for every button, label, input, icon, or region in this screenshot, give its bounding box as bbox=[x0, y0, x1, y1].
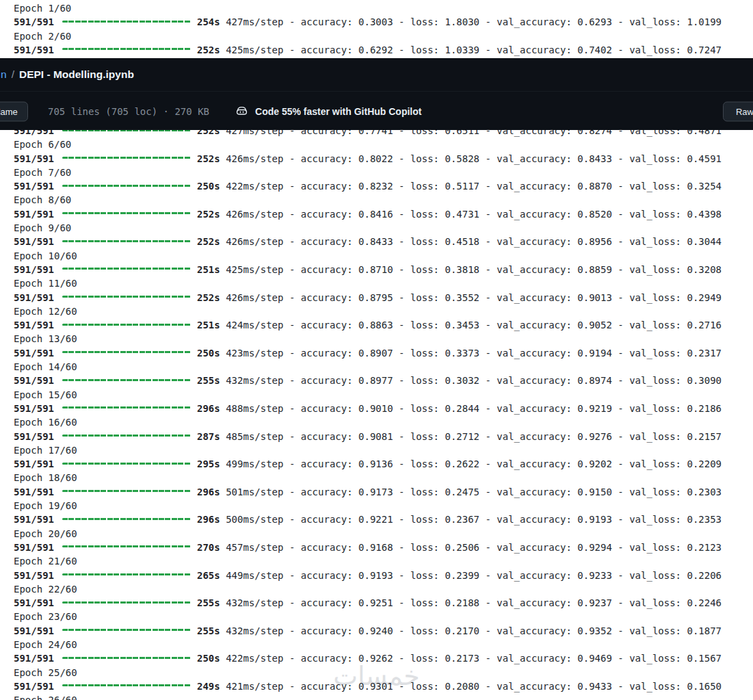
epoch-time: 252s bbox=[197, 209, 220, 220]
step-count: 591/591 bbox=[14, 458, 54, 469]
step-count: 591/591 bbox=[14, 153, 54, 164]
epoch-metrics: 425ms/step - accuracy: 0.6292 - loss: 1.… bbox=[220, 44, 722, 55]
progress-line: 591/591296s 501ms/step - accuracy: 0.917… bbox=[0, 485, 753, 499]
breadcrumb: n / DEPI - Modelling.ipynb bbox=[0, 58, 753, 91]
progress-bar bbox=[62, 296, 191, 298]
breadcrumb-file-name: DEPI - Modelling.ipynb bbox=[19, 68, 134, 81]
epoch-metrics: 501ms/step - accuracy: 0.9173 - loss: 0.… bbox=[220, 487, 722, 497]
epoch-time: 252s bbox=[197, 236, 220, 247]
epoch-time: 255s bbox=[197, 375, 220, 386]
step-count: 591/591 bbox=[14, 16, 54, 27]
progress-line: 591/591252s 426ms/step - accuracy: 0.802… bbox=[0, 152, 753, 166]
epoch-time: 251s bbox=[197, 320, 220, 330]
epoch-time: 252s bbox=[197, 44, 220, 55]
epoch-metrics: 424ms/step - accuracy: 0.8863 - loss: 0.… bbox=[220, 320, 722, 330]
epoch-time: 296s bbox=[197, 487, 220, 497]
step-count: 591/591 bbox=[14, 181, 54, 192]
step-count: 591/591 bbox=[14, 431, 54, 442]
progress-line: 591/591270s 457ms/step - accuracy: 0.916… bbox=[0, 541, 753, 554]
epoch-metrics: 421ms/step - accuracy: 0.9301 - loss: 0.… bbox=[220, 681, 722, 692]
progress-line: 591/591295s 499ms/step - accuracy: 0.913… bbox=[0, 457, 753, 471]
epoch-label-line: Epoch 24/60 bbox=[0, 638, 753, 651]
epoch-label-line: Epoch 8/60 bbox=[0, 193, 753, 207]
epoch-metrics: 432ms/step - accuracy: 0.8977 - loss: 0.… bbox=[220, 375, 722, 386]
progress-line: 591/591250s 422ms/step - accuracy: 0.926… bbox=[0, 651, 753, 665]
progress-bar bbox=[62, 518, 191, 520]
breadcrumb-repo-link[interactable]: n bbox=[1, 68, 7, 81]
epoch-metrics: 426ms/step - accuracy: 0.8433 - loss: 0.… bbox=[220, 236, 722, 247]
epoch-metrics: 422ms/step - accuracy: 0.9262 - loss: 0.… bbox=[220, 653, 722, 664]
epoch-label-line: Epoch 1/60 bbox=[0, 1, 753, 15]
epoch-time: 255s bbox=[197, 625, 220, 636]
step-count: 591/591 bbox=[14, 570, 54, 581]
progress-line: 591/591251s 424ms/step - accuracy: 0.886… bbox=[0, 318, 753, 332]
epoch-label-line: Epoch 6/60 bbox=[0, 138, 753, 151]
epoch-label-line: Epoch 26/60 bbox=[0, 693, 753, 700]
notebook-output-top: Epoch 1/60591/591254s 427ms/step - accur… bbox=[0, 1, 753, 57]
epoch-metrics: 426ms/step - accuracy: 0.8022 - loss: 0.… bbox=[220, 153, 722, 164]
progress-line: 591/591287s 485ms/step - accuracy: 0.908… bbox=[0, 430, 753, 443]
progress-line: 591/591249s 421ms/step - accuracy: 0.930… bbox=[0, 679, 753, 693]
epoch-time: 287s bbox=[197, 431, 220, 442]
epoch-metrics: 432ms/step - accuracy: 0.9240 - loss: 0.… bbox=[220, 625, 722, 636]
epoch-time: 251s bbox=[197, 264, 220, 275]
epoch-metrics: 488ms/step - accuracy: 0.9010 - loss: 0.… bbox=[220, 403, 722, 414]
progress-line: 591/591252s 426ms/step - accuracy: 0.879… bbox=[0, 291, 753, 304]
raw-button[interactable]: Raw bbox=[723, 101, 753, 121]
progress-bar bbox=[62, 212, 191, 214]
epoch-time: 252s bbox=[197, 292, 220, 303]
epoch-time: 270s bbox=[197, 542, 220, 553]
step-count: 591/591 bbox=[14, 236, 54, 247]
progress-line: 591/591252s 425ms/step - accuracy: 0.629… bbox=[0, 43, 753, 57]
step-count: 591/591 bbox=[14, 514, 54, 525]
progress-bar bbox=[62, 573, 191, 575]
progress-line: 591/591296s 488ms/step - accuracy: 0.901… bbox=[0, 402, 753, 415]
step-count: 591/591 bbox=[14, 375, 54, 386]
epoch-label-line: Epoch 10/60 bbox=[0, 249, 753, 263]
step-count: 591/591 bbox=[14, 487, 54, 497]
progress-line: 591/591250s 423ms/step - accuracy: 0.890… bbox=[0, 346, 753, 360]
progress-bar bbox=[62, 490, 191, 492]
epoch-metrics: 427ms/step - accuracy: 0.3003 - loss: 1.… bbox=[220, 16, 722, 27]
step-count: 591/591 bbox=[14, 264, 54, 275]
epoch-label-line: Epoch 2/60 bbox=[0, 29, 753, 43]
epoch-metrics: 426ms/step - accuracy: 0.8416 - loss: 0.… bbox=[220, 209, 722, 220]
epoch-label-line: Epoch 17/60 bbox=[0, 443, 753, 457]
progress-line: 591/591255s 432ms/step - accuracy: 0.925… bbox=[0, 596, 753, 610]
progress-line: 591/591265s 449ms/step - accuracy: 0.919… bbox=[0, 569, 753, 582]
progress-bar bbox=[62, 629, 191, 631]
epoch-metrics: 485ms/step - accuracy: 0.9081 - loss: 0.… bbox=[220, 431, 722, 442]
copilot-icon bbox=[235, 105, 248, 118]
progress-bar bbox=[62, 657, 191, 659]
progress-bar bbox=[62, 463, 191, 465]
epoch-label-line: Epoch 12/60 bbox=[0, 304, 753, 318]
epoch-label-line: Epoch 21/60 bbox=[0, 554, 753, 568]
copilot-text: Code 55% faster with GitHub Copilot bbox=[255, 106, 421, 117]
epoch-time: 296s bbox=[197, 403, 220, 414]
file-stats: 705 lines (705 loc) · 270 KB bbox=[48, 106, 209, 117]
blame-button[interactable]: Blame bbox=[0, 101, 28, 121]
step-count: 591/591 bbox=[14, 292, 54, 303]
file-toolbar: Blame 705 lines (705 loc) · 270 KB Code … bbox=[0, 91, 753, 131]
progress-bar bbox=[62, 157, 191, 159]
epoch-label-line: Epoch 11/60 bbox=[0, 276, 753, 290]
copilot-banner[interactable]: Code 55% faster with GitHub Copilot bbox=[235, 105, 421, 118]
epoch-metrics: 499ms/step - accuracy: 0.9136 - loss: 0.… bbox=[220, 458, 722, 469]
epoch-label-line: Epoch 13/60 bbox=[0, 332, 753, 346]
epoch-time: 252s bbox=[197, 153, 220, 164]
epoch-metrics: 457ms/step - accuracy: 0.9168 - loss: 0.… bbox=[220, 542, 722, 553]
breadcrumb-separator: / bbox=[12, 68, 14, 81]
epoch-time: 250s bbox=[197, 348, 220, 359]
epoch-label-line: Epoch 14/60 bbox=[0, 360, 753, 374]
epoch-time: 295s bbox=[197, 458, 220, 469]
progress-bar bbox=[62, 21, 191, 23]
progress-line: 591/591252s 426ms/step - accuracy: 0.841… bbox=[0, 207, 753, 221]
step-count: 591/591 bbox=[14, 542, 54, 553]
progress-bar bbox=[62, 268, 191, 270]
step-count: 591/591 bbox=[14, 653, 54, 664]
epoch-label-line: Epoch 7/60 bbox=[0, 166, 753, 179]
epoch-label-line: Epoch 19/60 bbox=[0, 499, 753, 513]
epoch-time: 250s bbox=[197, 181, 220, 192]
step-count: 591/591 bbox=[14, 625, 54, 636]
progress-bar bbox=[62, 185, 191, 187]
